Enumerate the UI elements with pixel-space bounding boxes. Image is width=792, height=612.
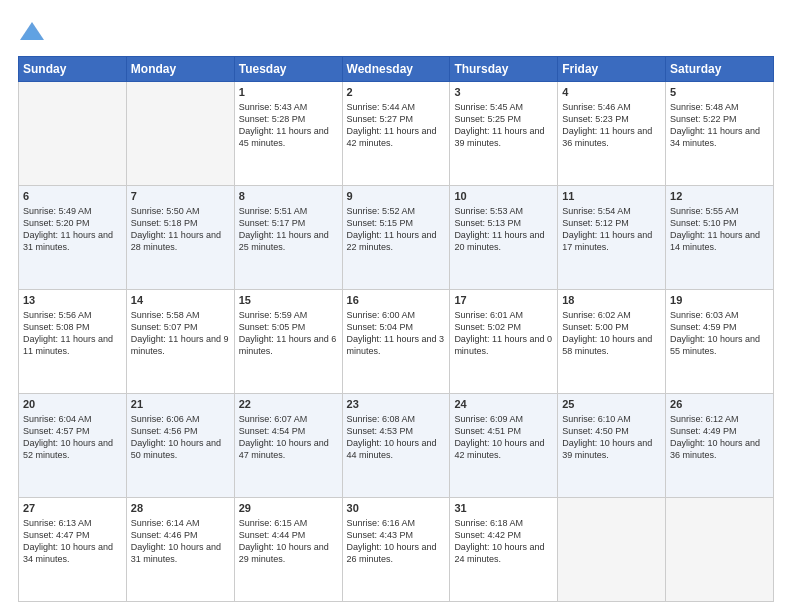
calendar-cell: 30Sunrise: 6:16 AM Sunset: 4:43 PM Dayli… — [342, 498, 450, 602]
day-number: 24 — [454, 397, 553, 412]
day-info: Sunrise: 6:06 AM Sunset: 4:56 PM Dayligh… — [131, 413, 230, 462]
calendar-cell — [19, 82, 127, 186]
day-number: 11 — [562, 189, 661, 204]
day-info: Sunrise: 5:55 AM Sunset: 5:10 PM Dayligh… — [670, 205, 769, 254]
calendar-cell: 9Sunrise: 5:52 AM Sunset: 5:15 PM Daylig… — [342, 186, 450, 290]
calendar-cell: 16Sunrise: 6:00 AM Sunset: 5:04 PM Dayli… — [342, 290, 450, 394]
calendar-cell: 24Sunrise: 6:09 AM Sunset: 4:51 PM Dayli… — [450, 394, 558, 498]
day-info: Sunrise: 6:03 AM Sunset: 4:59 PM Dayligh… — [670, 309, 769, 358]
calendar-cell: 1Sunrise: 5:43 AM Sunset: 5:28 PM Daylig… — [234, 82, 342, 186]
day-info: Sunrise: 5:52 AM Sunset: 5:15 PM Dayligh… — [347, 205, 446, 254]
day-info: Sunrise: 6:01 AM Sunset: 5:02 PM Dayligh… — [454, 309, 553, 358]
day-number: 1 — [239, 85, 338, 100]
day-number: 28 — [131, 501, 230, 516]
calendar-cell: 22Sunrise: 6:07 AM Sunset: 4:54 PM Dayli… — [234, 394, 342, 498]
calendar-cell: 31Sunrise: 6:18 AM Sunset: 4:42 PM Dayli… — [450, 498, 558, 602]
day-info: Sunrise: 5:54 AM Sunset: 5:12 PM Dayligh… — [562, 205, 661, 254]
calendar-cell: 7Sunrise: 5:50 AM Sunset: 5:18 PM Daylig… — [126, 186, 234, 290]
weekday-header-monday: Monday — [126, 57, 234, 82]
day-number: 12 — [670, 189, 769, 204]
day-number: 9 — [347, 189, 446, 204]
day-number: 4 — [562, 85, 661, 100]
calendar-cell — [666, 498, 774, 602]
day-number: 30 — [347, 501, 446, 516]
day-info: Sunrise: 6:09 AM Sunset: 4:51 PM Dayligh… — [454, 413, 553, 462]
day-number: 26 — [670, 397, 769, 412]
day-number: 31 — [454, 501, 553, 516]
day-info: Sunrise: 5:56 AM Sunset: 5:08 PM Dayligh… — [23, 309, 122, 358]
day-info: Sunrise: 5:53 AM Sunset: 5:13 PM Dayligh… — [454, 205, 553, 254]
weekday-header-saturday: Saturday — [666, 57, 774, 82]
weekday-header-friday: Friday — [558, 57, 666, 82]
calendar-cell: 23Sunrise: 6:08 AM Sunset: 4:53 PM Dayli… — [342, 394, 450, 498]
calendar-cell: 8Sunrise: 5:51 AM Sunset: 5:17 PM Daylig… — [234, 186, 342, 290]
day-number: 29 — [239, 501, 338, 516]
calendar-cell: 4Sunrise: 5:46 AM Sunset: 5:23 PM Daylig… — [558, 82, 666, 186]
day-number: 22 — [239, 397, 338, 412]
day-info: Sunrise: 5:58 AM Sunset: 5:07 PM Dayligh… — [131, 309, 230, 358]
calendar-row-2: 13Sunrise: 5:56 AM Sunset: 5:08 PM Dayli… — [19, 290, 774, 394]
page: SundayMondayTuesdayWednesdayThursdayFrid… — [0, 0, 792, 612]
calendar-cell: 17Sunrise: 6:01 AM Sunset: 5:02 PM Dayli… — [450, 290, 558, 394]
calendar-cell: 13Sunrise: 5:56 AM Sunset: 5:08 PM Dayli… — [19, 290, 127, 394]
calendar-cell: 11Sunrise: 5:54 AM Sunset: 5:12 PM Dayli… — [558, 186, 666, 290]
calendar-cell: 10Sunrise: 5:53 AM Sunset: 5:13 PM Dayli… — [450, 186, 558, 290]
calendar-cell: 6Sunrise: 5:49 AM Sunset: 5:20 PM Daylig… — [19, 186, 127, 290]
logo — [18, 18, 50, 46]
calendar-cell: 20Sunrise: 6:04 AM Sunset: 4:57 PM Dayli… — [19, 394, 127, 498]
day-number: 23 — [347, 397, 446, 412]
calendar-cell: 25Sunrise: 6:10 AM Sunset: 4:50 PM Dayli… — [558, 394, 666, 498]
calendar-cell: 19Sunrise: 6:03 AM Sunset: 4:59 PM Dayli… — [666, 290, 774, 394]
day-info: Sunrise: 6:18 AM Sunset: 4:42 PM Dayligh… — [454, 517, 553, 566]
calendar-row-4: 27Sunrise: 6:13 AM Sunset: 4:47 PM Dayli… — [19, 498, 774, 602]
weekday-header-wednesday: Wednesday — [342, 57, 450, 82]
calendar-cell: 28Sunrise: 6:14 AM Sunset: 4:46 PM Dayli… — [126, 498, 234, 602]
calendar-cell: 18Sunrise: 6:02 AM Sunset: 5:00 PM Dayli… — [558, 290, 666, 394]
day-info: Sunrise: 5:46 AM Sunset: 5:23 PM Dayligh… — [562, 101, 661, 150]
calendar-cell: 2Sunrise: 5:44 AM Sunset: 5:27 PM Daylig… — [342, 82, 450, 186]
day-number: 10 — [454, 189, 553, 204]
day-number: 27 — [23, 501, 122, 516]
calendar-table: SundayMondayTuesdayWednesdayThursdayFrid… — [18, 56, 774, 602]
day-info: Sunrise: 6:15 AM Sunset: 4:44 PM Dayligh… — [239, 517, 338, 566]
day-info: Sunrise: 6:08 AM Sunset: 4:53 PM Dayligh… — [347, 413, 446, 462]
calendar-cell: 15Sunrise: 5:59 AM Sunset: 5:05 PM Dayli… — [234, 290, 342, 394]
day-info: Sunrise: 5:51 AM Sunset: 5:17 PM Dayligh… — [239, 205, 338, 254]
day-number: 18 — [562, 293, 661, 308]
day-number: 3 — [454, 85, 553, 100]
day-info: Sunrise: 6:07 AM Sunset: 4:54 PM Dayligh… — [239, 413, 338, 462]
weekday-header-row: SundayMondayTuesdayWednesdayThursdayFrid… — [19, 57, 774, 82]
day-number: 16 — [347, 293, 446, 308]
day-number: 2 — [347, 85, 446, 100]
day-info: Sunrise: 5:50 AM Sunset: 5:18 PM Dayligh… — [131, 205, 230, 254]
day-info: Sunrise: 6:10 AM Sunset: 4:50 PM Dayligh… — [562, 413, 661, 462]
calendar-cell: 21Sunrise: 6:06 AM Sunset: 4:56 PM Dayli… — [126, 394, 234, 498]
day-info: Sunrise: 6:14 AM Sunset: 4:46 PM Dayligh… — [131, 517, 230, 566]
calendar-row-0: 1Sunrise: 5:43 AM Sunset: 5:28 PM Daylig… — [19, 82, 774, 186]
day-number: 6 — [23, 189, 122, 204]
calendar-cell: 26Sunrise: 6:12 AM Sunset: 4:49 PM Dayli… — [666, 394, 774, 498]
calendar-cell — [558, 498, 666, 602]
calendar-row-1: 6Sunrise: 5:49 AM Sunset: 5:20 PM Daylig… — [19, 186, 774, 290]
day-info: Sunrise: 6:02 AM Sunset: 5:00 PM Dayligh… — [562, 309, 661, 358]
day-number: 15 — [239, 293, 338, 308]
weekday-header-thursday: Thursday — [450, 57, 558, 82]
day-number: 5 — [670, 85, 769, 100]
day-info: Sunrise: 6:12 AM Sunset: 4:49 PM Dayligh… — [670, 413, 769, 462]
calendar-row-3: 20Sunrise: 6:04 AM Sunset: 4:57 PM Dayli… — [19, 394, 774, 498]
day-info: Sunrise: 6:04 AM Sunset: 4:57 PM Dayligh… — [23, 413, 122, 462]
logo-icon — [18, 18, 46, 46]
day-info: Sunrise: 5:45 AM Sunset: 5:25 PM Dayligh… — [454, 101, 553, 150]
day-number: 14 — [131, 293, 230, 308]
day-number: 25 — [562, 397, 661, 412]
weekday-header-sunday: Sunday — [19, 57, 127, 82]
header — [18, 18, 774, 46]
day-number: 17 — [454, 293, 553, 308]
day-info: Sunrise: 6:00 AM Sunset: 5:04 PM Dayligh… — [347, 309, 446, 358]
calendar-cell: 5Sunrise: 5:48 AM Sunset: 5:22 PM Daylig… — [666, 82, 774, 186]
day-info: Sunrise: 6:16 AM Sunset: 4:43 PM Dayligh… — [347, 517, 446, 566]
day-number: 19 — [670, 293, 769, 308]
day-info: Sunrise: 5:48 AM Sunset: 5:22 PM Dayligh… — [670, 101, 769, 150]
calendar-cell: 3Sunrise: 5:45 AM Sunset: 5:25 PM Daylig… — [450, 82, 558, 186]
calendar-cell — [126, 82, 234, 186]
